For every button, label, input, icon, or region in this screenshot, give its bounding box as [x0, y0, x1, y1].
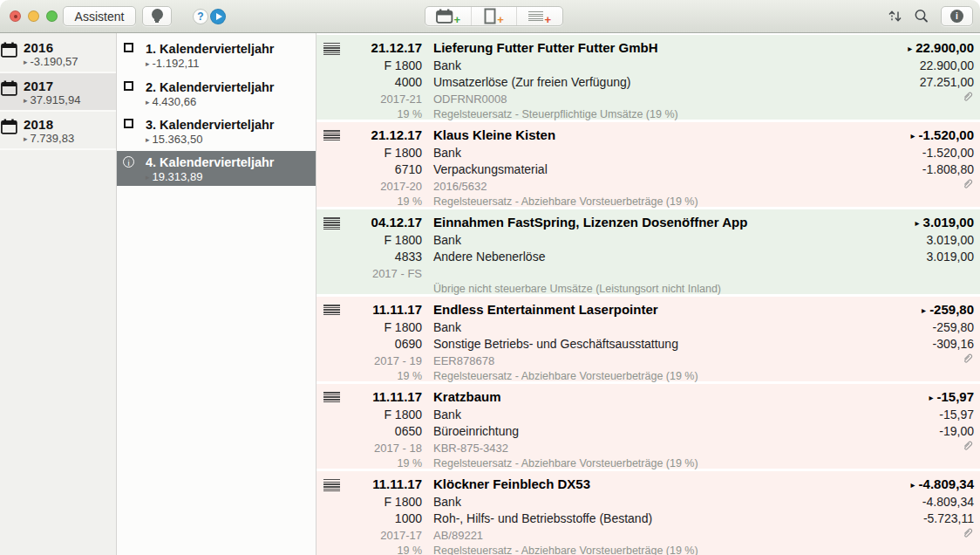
info-button[interactable]: i	[941, 6, 973, 26]
sidebar-year-item[interactable]: 2016 ▸-3.190,57	[0, 35, 116, 73]
attachment-icon[interactable]	[962, 353, 974, 365]
quarter-label: 4. Kalendervierteljahr	[146, 155, 309, 170]
sort-icon[interactable]	[888, 9, 902, 24]
txn-account-amount: -5.723,11	[923, 510, 974, 527]
drag-handle-icon[interactable]	[323, 43, 340, 55]
txn-bank-amount: -259,80	[933, 319, 974, 336]
txn-bank-code: F 1800	[316, 58, 422, 74]
txn-bank-label: Bank	[433, 58, 909, 74]
txn-total: ▸-15,97	[929, 388, 974, 407]
txn-ref-text: KBR-875-3432	[433, 441, 950, 456]
transaction-row[interactable]: 11.11.17 Endless Entertainment Laserpoin…	[316, 297, 980, 381]
close-button[interactable]	[10, 10, 21, 22]
txn-tax-label: Übrige nicht steuerbare Umsätze (Leistun…	[433, 282, 963, 297]
lamp-icon	[152, 9, 163, 20]
sidebar-quarter-item[interactable]: i 3. Kalendervierteljahr ▸15.363,50	[117, 113, 316, 151]
drag-handle-icon[interactable]	[323, 217, 340, 230]
txn-tax-label: Regelsteuersatz - Abziehbare Vorsteuerbe…	[433, 544, 963, 555]
drag-handle-icon[interactable]	[323, 305, 340, 317]
drag-handle-icon[interactable]	[323, 392, 340, 404]
txn-total: ▸-4.809,34	[911, 476, 974, 494]
txn-tax-rate: 19 %	[316, 107, 422, 122]
help-button[interactable]: ?	[193, 9, 208, 24]
txn-account-amount: -19,00	[939, 423, 974, 440]
txn-account-code: 6710	[316, 161, 422, 178]
drag-handle-icon[interactable]	[323, 130, 340, 142]
txn-bank-code: F 1800	[316, 145, 422, 161]
txn-bank-label: Bank	[433, 494, 911, 510]
txn-account-amount: 3.019,00	[927, 249, 975, 265]
value-marker-icon: ▸	[24, 134, 28, 143]
txn-tax-rate: 19 %	[316, 195, 422, 209]
txn-tax-label: Regelsteuersatz - Abziehbare Vorsteuerbe…	[433, 195, 963, 209]
txn-title: Endless Entertainment Laserpointer	[433, 301, 910, 318]
attachment-icon[interactable]	[962, 440, 974, 452]
play-button[interactable]	[210, 9, 226, 24]
attachment-icon[interactable]	[962, 91, 974, 103]
txn-bank-label: Bank	[433, 145, 911, 161]
lamp-button[interactable]	[142, 6, 172, 26]
assistant-button[interactable]: Assistent	[63, 6, 136, 26]
transaction-row[interactable]: 21.12.17 Lieferung Futter Futter Futter …	[316, 35, 980, 120]
add-document-button[interactable]: +	[472, 7, 518, 25]
txn-ref-code: 2017-20	[316, 179, 422, 195]
txn-ref-code: 2017 - 18	[316, 441, 422, 456]
value-marker-icon: ▸	[24, 58, 28, 66]
year-label: 2017	[24, 79, 112, 93]
calendar-add-icon	[436, 9, 453, 24]
attachment-icon[interactable]	[962, 527, 974, 539]
plus-orange: +	[497, 16, 504, 24]
toolbar-right: i	[888, 6, 973, 26]
txn-account-label: Roh-, Hilfs- und Betriebsstoffe (Bestand…	[433, 510, 912, 527]
transaction-row[interactable]: 04.12.17 Einnahmen FastSpring, Lizenzen …	[316, 209, 980, 294]
quarter-box-icon	[124, 81, 133, 91]
quarter-label: 2. Kalendervierteljahr	[146, 80, 309, 95]
sidebar-quarter-item[interactable]: i 1. Kalendervierteljahr ▸-1.192,11	[117, 37, 316, 75]
txn-ref-code: 2017-21	[316, 92, 422, 107]
txn-account-label: Büroeinrichtung	[433, 423, 928, 440]
transaction-row[interactable]: 11.11.17 Klöckner Feinblech DX53 ▸-4.809…	[316, 471, 980, 555]
play-icon	[216, 13, 222, 20]
sidebar-quarter-item[interactable]: i 4. Kalendervierteljahr ▸19.313,89	[117, 151, 316, 186]
txn-ref-text: ODFRNR0008	[433, 92, 950, 107]
quarter-label: 3. Kalendervierteljahr	[146, 118, 309, 133]
txn-ref-code: 2017 - FS	[316, 266, 422, 282]
add-entry-button[interactable]: +	[517, 7, 562, 25]
zoom-button[interactable]	[46, 10, 58, 22]
txn-bank-code: F 1800	[316, 494, 422, 510]
txn-account-label: Umsatzerlöse (Zur freien Verfügung)	[433, 74, 909, 91]
app-window: Assistent ? + +	[0, 0, 980, 555]
minimize-button[interactable]	[28, 10, 39, 22]
document-add-icon	[484, 8, 496, 24]
transaction-list: 21.12.17 Lieferung Futter Futter Futter …	[316, 33, 980, 555]
quarter-label: 1. Kalendervierteljahr	[146, 42, 309, 57]
txn-title: Klöckner Feinblech DX53	[433, 476, 900, 492]
txn-ref-text: EER878678	[433, 353, 950, 369]
search-icon[interactable]	[914, 9, 929, 24]
transaction-row[interactable]: 21.12.17 Klaus Kleine Kisten ▸-1.520,00 …	[316, 122, 980, 207]
txn-title: Einnahmen FastSpring, Lizenzen Dosenöffn…	[433, 214, 904, 230]
drag-handle-icon[interactable]	[323, 479, 340, 491]
amount-marker-icon: ▸	[929, 393, 933, 402]
txn-account-label: Andere Nebenerlöse	[433, 249, 915, 265]
attachment-icon[interactable]	[962, 178, 974, 190]
txn-bank-amount: -1.520,00	[922, 145, 974, 161]
txn-total: ▸-1.520,00	[911, 127, 974, 145]
plus-green: +	[454, 16, 461, 24]
txn-account-amount: -1.808,80	[922, 161, 974, 178]
sidebar-year-item[interactable]: 2018 ▸7.739,83	[0, 112, 116, 150]
sidebar-year-item[interactable]: 2017 ▸37.915,94	[0, 73, 116, 112]
quarter-box-icon	[124, 43, 133, 52]
amount-marker-icon: ▸	[911, 131, 915, 140]
add-period-button[interactable]: +	[425, 7, 472, 25]
transaction-row[interactable]: 11.11.17 Kratzbaum ▸-15,97 F 1800 Bank -…	[316, 384, 980, 469]
txn-total: ▸22.900,00	[908, 39, 974, 58]
toolbar: Assistent ? + +	[0, 0, 980, 33]
sidebar-quarter-item[interactable]: i 2. Kalendervierteljahr ▸4.430,66	[117, 75, 316, 113]
txn-account-code: 0690	[316, 336, 422, 353]
txn-account-code: 0650	[316, 423, 422, 440]
txn-account-code: 1000	[316, 510, 422, 527]
txn-ref-code: 2017-17	[316, 528, 422, 544]
txn-account-label: Sonstige Betriebs- und Geschäftsausstatt…	[433, 336, 922, 353]
amount-marker-icon: ▸	[911, 480, 915, 490]
